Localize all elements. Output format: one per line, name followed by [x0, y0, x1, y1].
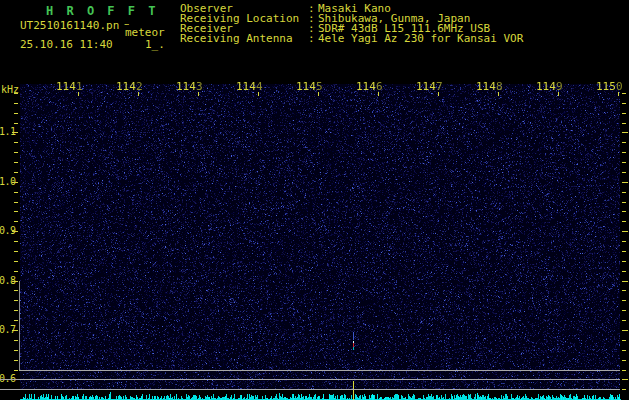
y-axis-tick: [622, 123, 626, 124]
plot-left-border: [19, 281, 20, 370]
y-axis-tick: [622, 231, 628, 232]
y-axis-tick: [622, 103, 626, 104]
y-axis-tick: [622, 132, 628, 133]
y-axis-tick: [14, 142, 18, 143]
y-axis-tick: [622, 370, 626, 371]
y-axis-tick: [622, 251, 626, 252]
hrofft-screen: H R O F F T UT2510161140.pn g meteor 25.…: [0, 0, 629, 400]
y-axis-tick: [622, 379, 628, 380]
y-axis-tick: [622, 261, 626, 262]
y-axis-tick: [14, 202, 18, 203]
y-axis-tick: [622, 113, 626, 114]
y-axis-tick: [12, 281, 18, 282]
y-axis-tick: [622, 202, 626, 203]
y-axis-tick: [14, 103, 18, 104]
y-axis-tick: [12, 330, 18, 331]
y-axis-tick: [622, 152, 626, 153]
info-value: 4ele Yagi Az 230 for Kansai VOR: [318, 34, 523, 44]
y-axis-tick: [14, 113, 18, 114]
y-axis-tick: [12, 182, 18, 183]
y-axis-tick: [14, 370, 18, 371]
y-axis-tick: [622, 162, 626, 163]
y-axis-tick: [14, 123, 18, 124]
y-axis-tick: [622, 310, 626, 311]
y-axis-tick: [622, 330, 628, 331]
separator: :: [308, 34, 318, 44]
y-axis-tick: [622, 281, 628, 282]
x-axis-label: 1147: [416, 80, 442, 93]
y-axis-tick: [14, 192, 18, 193]
carrier-line: [19, 370, 620, 371]
y-axis-tick: [622, 360, 626, 361]
y-axis-tick: [14, 162, 18, 163]
y-axis-tick: [14, 350, 18, 351]
y-axis-tick: [14, 172, 18, 173]
x-axis-label: 1143: [176, 80, 202, 93]
x-axis-label: 1146: [356, 80, 382, 93]
y-axis-tick: [622, 172, 626, 173]
observation-info: Observer:Masaki Kano Receiving Location:…: [180, 4, 523, 44]
y-axis-tick: [622, 271, 626, 272]
info-row-antenna: Receiving Antenna:4ele Yagi Az 230 for K…: [180, 34, 523, 44]
y-axis-tick: [14, 360, 18, 361]
level-graph-canvas: [19, 390, 621, 400]
y-axis-tick: [14, 93, 18, 94]
x-axis-label: 1142: [116, 80, 142, 93]
x-axis-label: 1150: [596, 80, 622, 93]
y-axis-tick: [622, 389, 626, 390]
y-axis-tick: [14, 290, 18, 291]
x-axis-label: 1144: [236, 80, 262, 93]
y-axis-tick: [622, 340, 626, 341]
y-axis-tick: [14, 251, 18, 252]
y-axis-tick: [622, 241, 626, 242]
y-axis-tick: [14, 310, 18, 311]
x-axis-label: 1149: [536, 80, 562, 93]
y-axis-tick: [14, 320, 18, 321]
y-axis-tick: [622, 192, 626, 193]
y-axis-tick: [14, 271, 18, 272]
y-axis-tick: [622, 182, 628, 183]
y-axis-tick: [14, 300, 18, 301]
y-axis-tick: [622, 350, 626, 351]
y-axis-tick: [14, 261, 18, 262]
app-title: H R O F F T: [46, 4, 158, 18]
x-axis-label: 1145: [296, 80, 322, 93]
y-axis-tick: [622, 221, 626, 222]
y-axis-tick: [14, 340, 18, 341]
x-axis-label: 1148: [476, 80, 502, 93]
carrier-line: [0, 389, 620, 390]
y-axis-tick: [622, 211, 626, 212]
capture-filename: UT2510161140.pn: [20, 19, 119, 32]
info-label: Receiving Antenna: [180, 34, 308, 44]
y-axis-tick: [14, 221, 18, 222]
y-axis-tick: [622, 290, 626, 291]
y-axis-tick: [622, 142, 626, 143]
y-axis-tick: [12, 231, 18, 232]
x-axis-label: 1141: [56, 80, 82, 93]
y-axis-tick: [622, 300, 626, 301]
y-axis-tick: [14, 241, 18, 242]
spectrogram-canvas: [20, 84, 620, 390]
y-axis-tick: [622, 320, 626, 321]
counter-text: 1_.: [145, 38, 165, 51]
y-axis-tick: [12, 132, 18, 133]
carrier-line: [0, 379, 620, 380]
y-axis-tick: [14, 152, 18, 153]
y-axis-tick: [14, 211, 18, 212]
capture-datetime: 25.10.16 11:40: [20, 38, 113, 51]
clipped-g-glyph: g: [123, 20, 131, 25]
y-axis-tick: [622, 93, 626, 94]
